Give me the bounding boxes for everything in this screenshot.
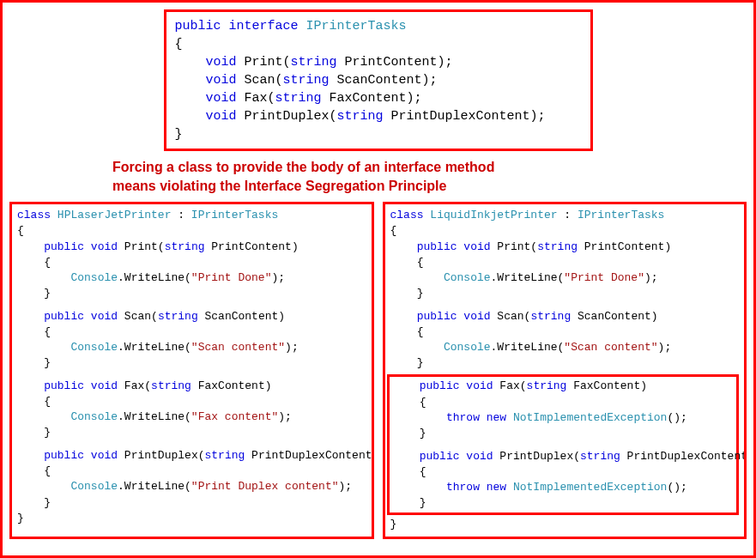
- type-name: IPrinterTasks: [191, 209, 278, 221]
- keyword: class: [17, 209, 51, 221]
- method-sig: public void Scan(string ScanContent): [17, 309, 366, 324]
- method-sig: public void PrintDuplex(string PrintDupl…: [17, 448, 366, 464]
- keyword: new: [487, 481, 506, 494]
- string: "Scan content": [564, 341, 657, 354]
- keyword: void: [91, 449, 118, 462]
- type-name: Console: [70, 410, 118, 423]
- brace: {: [17, 464, 366, 479]
- param: PrintDuplexContent);: [384, 109, 546, 124]
- keyword: void: [206, 109, 237, 124]
- type-name: NotImplementedException: [513, 481, 667, 494]
- method-sig: public void PrintDuplex(string PrintDupl…: [393, 449, 734, 464]
- brace: }: [175, 125, 582, 143]
- method: Scan(: [118, 310, 158, 323]
- keyword: class: [390, 209, 424, 221]
- class-header: class HPLaserJetPrinter : IPrinterTasks: [17, 208, 366, 223]
- brace: }: [390, 517, 740, 532]
- param: PrintContent): [578, 240, 671, 253]
- brace: {: [390, 223, 740, 239]
- keyword: public: [417, 310, 457, 323]
- code-line: void Print(string PrintContent);: [175, 53, 582, 71]
- body: Console.WriteLine("Scan content");: [390, 340, 740, 355]
- brace: {: [390, 255, 740, 270]
- keyword: new: [487, 411, 506, 424]
- keyword: string: [165, 240, 205, 253]
- brace: {: [393, 395, 734, 410]
- keyword: void: [463, 310, 490, 323]
- string: "Print Duplex content": [191, 480, 339, 493]
- keyword: public: [44, 310, 84, 323]
- method: Fax(: [493, 379, 527, 392]
- method-sig: public void Print(string PrintContent): [390, 240, 740, 255]
- keyword: void: [91, 240, 118, 253]
- colon: :: [558, 209, 578, 221]
- method: Scan(: [237, 73, 283, 88]
- string: "Fax content": [191, 410, 278, 423]
- brace: }: [17, 425, 366, 440]
- right-class-box: class LiquidInkjetPrinter : IPrinterTask…: [383, 202, 747, 538]
- violation-highlight-box: public void Fax(string FaxContent) { thr…: [387, 374, 740, 515]
- keyword: public: [420, 379, 460, 392]
- tail: );: [644, 271, 658, 284]
- keyword: void: [463, 240, 490, 253]
- keyword: string: [204, 449, 245, 462]
- method: PrintDuplex(: [118, 449, 204, 462]
- param: PrintDuplexContent): [245, 449, 373, 462]
- caption: Forcing a class to provide the body of a…: [112, 158, 747, 195]
- brace: }: [17, 355, 366, 371]
- keyword: string: [337, 109, 384, 124]
- code-line: public interface IPrinterTasks: [175, 17, 582, 35]
- class-header: class LiquidInkjetPrinter : IPrinterTask…: [390, 208, 740, 223]
- keyword: string: [580, 450, 620, 463]
- call: .WriteLine(: [491, 341, 565, 354]
- keyword: public: [44, 449, 84, 462]
- keyword: public: [417, 240, 457, 253]
- type-name: Console: [444, 341, 491, 354]
- keyword: string: [151, 379, 191, 392]
- caption-line-2: means violating the Interface Segregatio…: [112, 177, 747, 196]
- bottom-row: class HPLaserJetPrinter : IPrinterTasks …: [9, 202, 747, 538]
- body: Console.WriteLine("Print Done");: [390, 270, 740, 286]
- brace: {: [175, 35, 582, 53]
- brace: {: [17, 223, 366, 239]
- keyword: public: [44, 379, 84, 392]
- keyword: interface: [229, 19, 299, 33]
- tail: ();: [667, 481, 686, 494]
- keyword: string: [291, 55, 337, 70]
- code-line: void Fax(string FaxContent);: [175, 89, 582, 107]
- brace: }: [17, 286, 366, 301]
- method-sig: public void Print(string PrintContent): [17, 240, 366, 255]
- keyword: string: [527, 379, 567, 392]
- type-name: HPLaserJetPrinter: [57, 209, 172, 221]
- colon: :: [171, 209, 191, 221]
- body: throw new NotImplementedException();: [393, 480, 734, 495]
- string: "Print Done": [191, 271, 272, 284]
- type-name: Console: [70, 341, 118, 354]
- brace: }: [17, 511, 366, 526]
- keyword: void: [91, 310, 118, 323]
- tail: ();: [667, 411, 686, 424]
- keyword: public: [420, 450, 460, 463]
- param: PrintContent): [204, 240, 298, 253]
- param: ScanContent): [198, 310, 285, 323]
- method: Print(: [237, 55, 291, 70]
- tail: );: [271, 271, 285, 284]
- type-name: LiquidInkjetPrinter: [430, 209, 557, 221]
- body: Console.WriteLine("Print Done");: [17, 270, 366, 286]
- call: .WriteLine(: [118, 271, 191, 284]
- method: PrintDuplex(: [493, 450, 580, 463]
- method: Print(: [118, 240, 165, 253]
- keyword: void: [206, 55, 237, 70]
- type-name: NotImplementedException: [513, 411, 667, 424]
- keyword: string: [530, 310, 571, 323]
- code-line: void Scan(string ScanContent);: [175, 71, 582, 89]
- brace: {: [393, 464, 734, 480]
- string: "Print Done": [564, 271, 644, 284]
- method: Print(: [491, 240, 538, 253]
- type-name: Console: [70, 480, 118, 493]
- keyword: string: [275, 91, 322, 106]
- brace: {: [390, 324, 740, 340]
- brace: {: [17, 255, 366, 270]
- keyword: string: [537, 240, 578, 253]
- keyword: throw: [446, 481, 480, 494]
